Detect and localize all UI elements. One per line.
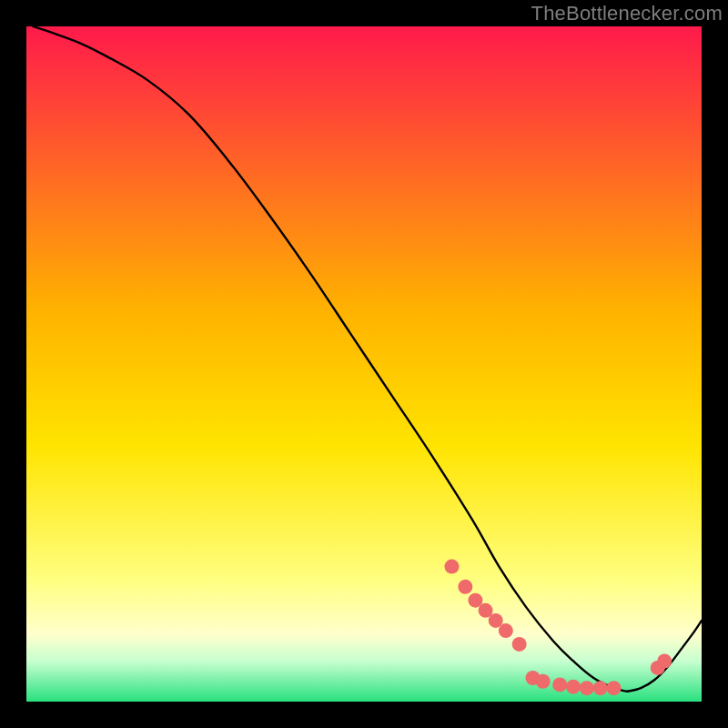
chart-frame: TheBottlenecker.com	[0, 0, 728, 728]
marker-dot	[566, 680, 581, 694]
marker-dot	[607, 681, 622, 695]
marker-dot	[536, 674, 551, 689]
marker-dot	[552, 677, 567, 692]
bottleneck-chart	[0, 0, 728, 728]
marker-dot	[580, 681, 594, 695]
marker-dot	[593, 681, 608, 695]
marker-dot	[444, 560, 459, 574]
marker-dot	[499, 623, 513, 638]
marker-dot	[458, 580, 472, 594]
gradient-panel	[26, 26, 702, 702]
marker-dot	[657, 653, 672, 668]
marker-dot	[512, 637, 527, 652]
watermark-text: TheBottlenecker.com	[531, 2, 723, 25]
